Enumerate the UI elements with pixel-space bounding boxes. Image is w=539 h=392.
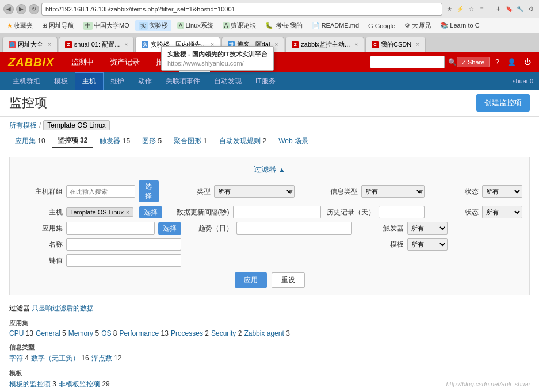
tab-label-wangzhi: 网址大全: [18, 40, 43, 49]
app-link-performance[interactable]: Performance 13: [120, 329, 169, 337]
infotype-link-float[interactable]: 浮点数 12: [91, 353, 122, 363]
bookmark-readme[interactable]: 📄 README.md: [308, 21, 362, 30]
logout-icon[interactable]: ⏻: [522, 58, 533, 66]
tab-graphs[interactable]: 图形 5: [136, 134, 167, 148]
page-title: 监控项: [9, 94, 476, 112]
bookmark-shiyanlou[interactable]: 实 实验楼: [135, 20, 171, 31]
settings-icon[interactable]: ⚙: [526, 5, 536, 14]
subnav-hosts[interactable]: 主机: [75, 72, 104, 90]
forward-button[interactable]: ▶: [16, 4, 26, 14]
zabbix-subnav: 主机群组 模板 主机 维护 动作 关联项事件 自动发现 IT服务 shuai-0: [0, 72, 539, 90]
filter-name-input[interactable]: [66, 238, 181, 251]
bookmark-dashixiong[interactable]: ⚙ 大师兄: [401, 20, 434, 31]
template-link-non-template-items[interactable]: 非模板监控项 29: [59, 379, 110, 389]
tab-close-zabbix[interactable]: ×: [354, 41, 358, 48]
breadcrumb-parent-link[interactable]: 所有模板: [9, 121, 37, 130]
download-icon[interactable]: ⬇: [494, 5, 503, 14]
filter-trend-input[interactable]: [236, 222, 351, 235]
search-input[interactable]: [370, 56, 445, 68]
filter-key-input[interactable]: [66, 254, 181, 267]
tab-wangzhi[interactable]: 🌐 网址大全 ×: [2, 37, 58, 52]
filter-status2-select[interactable]: 所有: [482, 206, 522, 218]
filter-reset-button[interactable]: 重设: [272, 272, 305, 288]
summary-app-links: CPU 13 General 5 Memory 5 OS 8 Performan…: [9, 329, 530, 337]
help-icon[interactable]: ?: [493, 58, 502, 66]
infotype-link-char[interactable]: 字符 4: [9, 353, 29, 363]
topnav-assets[interactable]: 资产记录: [102, 52, 148, 72]
tab-triggers[interactable]: 触发器 15: [94, 134, 136, 148]
infotype-link-numeric[interactable]: 数字（无正负） 16: [31, 353, 89, 363]
subnav-itservices[interactable]: IT服务: [249, 72, 282, 90]
app-link-cpu[interactable]: CPU 13: [9, 329, 33, 337]
filter-hostgroup-input[interactable]: [66, 185, 135, 198]
app-link-security[interactable]: Security 2: [211, 329, 242, 337]
share-button[interactable]: Z Share: [457, 57, 490, 67]
tab-web[interactable]: Web 场景: [273, 134, 314, 148]
filter-status-select[interactable]: 所有: [482, 185, 522, 198]
bookmark-icon[interactable]: ★: [445, 5, 454, 14]
host-tag-close[interactable]: ×: [126, 209, 129, 216]
tab-shuai[interactable]: Z shuai-01: 配置... × 实验楼 - 国内领先的IT技术实训平台 …: [59, 37, 134, 52]
menu-icon[interactable]: ≡: [477, 5, 487, 14]
bookmark-linux[interactable]: Λ Linux系统: [174, 20, 217, 31]
subnav-correlations[interactable]: 关联项事件: [159, 72, 207, 90]
filter-trigger-select[interactable]: 所有: [407, 222, 448, 235]
filter-app-input[interactable]: [66, 222, 155, 235]
bookmark-google[interactable]: G Google: [365, 21, 399, 30]
subnav-discovery[interactable]: 自动发现: [207, 72, 249, 90]
subnav-templates[interactable]: 模板: [47, 72, 75, 90]
topnav-monitoring[interactable]: 监测中: [63, 52, 102, 72]
tab-items[interactable]: 监控项 32: [52, 134, 94, 148]
template-link-template-items[interactable]: 模板的监控项 3: [9, 379, 56, 389]
refresh-button[interactable]: ↻: [29, 4, 39, 14]
filter-hostgroup-btn[interactable]: 选择: [139, 180, 159, 202]
search-icon[interactable]: 🔍: [448, 58, 457, 66]
app-link-zabbixagent[interactable]: Zabbix agent 3: [244, 329, 289, 337]
filter-section: 过滤器 ▲ 主机群组 选择 类型 所有 ▼ 信息类型: [9, 157, 530, 295]
filter-host-btn[interactable]: 选择: [139, 206, 162, 218]
create-monitor-button[interactable]: 创建监控项: [476, 94, 530, 112]
filter-app-btn[interactable]: 选择: [158, 222, 181, 235]
bookmark-forum[interactable]: Λ 猿课论坛: [219, 20, 260, 31]
app-link-memory[interactable]: Memory 5: [68, 329, 99, 337]
browser-right-icons: ⬇ 🔖 🔧 ⚙: [494, 5, 536, 14]
bookmark-favorites[interactable]: ★ ZABBIX 收藏夹: [3, 20, 36, 31]
subnav-hostgroups[interactable]: 主机群组: [6, 72, 47, 90]
subnav-maintenance[interactable]: 维护: [104, 72, 131, 90]
star-icon[interactable]: ☆: [467, 5, 476, 14]
tools-icon[interactable]: 🔧: [515, 5, 525, 14]
bookmarks-bar: ★ ZABBIX 收藏夹 ⊞ 网址导航 中 中国大学MO 实 实验楼 Λ Lin…: [0, 18, 539, 33]
tab-close-blog[interactable]: ×: [274, 41, 278, 48]
bookmark-mooc[interactable]: 中 中国大学MO: [80, 20, 133, 31]
filter-interval-input[interactable]: [233, 206, 322, 218]
app-link-processes[interactable]: Processes 2: [171, 329, 209, 337]
app-link-general[interactable]: General 5: [36, 329, 66, 337]
filter-type-select[interactable]: 所有: [214, 185, 295, 198]
user-icon[interactable]: 👤: [505, 58, 518, 66]
filter-template-select[interactable]: 所有: [407, 238, 448, 251]
app-link-os[interactable]: OS 8: [101, 329, 117, 337]
tab-close-csdn[interactable]: ×: [416, 41, 419, 48]
bookmark-learntoc[interactable]: 📚 Learn to C: [437, 21, 483, 30]
tab-screens[interactable]: 聚合图形 1: [168, 134, 213, 148]
zabbix-logo: ZABBIX: [6, 56, 63, 69]
subnav-actions[interactable]: 动作: [131, 72, 159, 90]
tab-zabbix[interactable]: Z zabbix监控主动... ×: [285, 37, 364, 52]
tab-close-shuai[interactable]: ×: [124, 41, 128, 48]
tab-close-wangzhi[interactable]: ×: [48, 41, 51, 48]
back-button[interactable]: ◀: [3, 4, 14, 14]
filter-header[interactable]: 过滤器 ▲: [17, 164, 522, 175]
tab-applications[interactable]: 应用集 10: [9, 134, 51, 148]
tab-csdn[interactable]: C 我的CSDN ×: [365, 37, 426, 52]
filter-info-link[interactable]: 只显响过滤后的数据: [32, 304, 94, 312]
filter-history-input[interactable]: [379, 206, 425, 218]
bookmarks-icon[interactable]: 🔖: [504, 5, 514, 14]
address-bar[interactable]: [41, 3, 442, 16]
filter-infotype-select[interactable]: 所有: [361, 185, 425, 198]
bookmark-kaochong[interactable]: 🐛 考虫·我的: [262, 20, 305, 31]
tab-discovery-rules[interactable]: 自动发现规则 2: [213, 134, 272, 148]
filter-apply-button[interactable]: 应用: [235, 272, 267, 288]
bookmark-nav[interactable]: ⊞ 网址导航: [39, 20, 78, 31]
lightning-icon[interactable]: ⚡: [456, 5, 465, 14]
host-tag-chip: Template OS Linux ×: [66, 207, 133, 217]
